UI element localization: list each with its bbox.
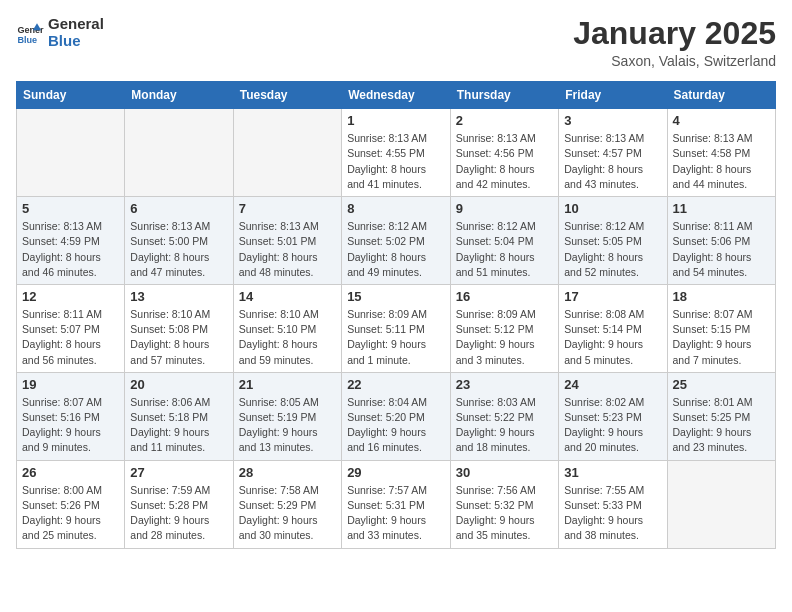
location-text: Saxon, Valais, Switzerland <box>573 53 776 69</box>
svg-text:Blue: Blue <box>17 34 37 44</box>
calendar-cell: 4Sunrise: 8:13 AM Sunset: 4:58 PM Daylig… <box>667 109 776 197</box>
calendar-cell: 15Sunrise: 8:09 AM Sunset: 5:11 PM Dayli… <box>342 284 451 372</box>
day-number: 3 <box>564 113 661 128</box>
calendar-cell: 29Sunrise: 7:57 AM Sunset: 5:31 PM Dayli… <box>342 460 451 548</box>
day-number: 14 <box>239 289 336 304</box>
day-number: 7 <box>239 201 336 216</box>
day-number: 19 <box>22 377 119 392</box>
calendar-cell <box>667 460 776 548</box>
weekday-header-friday: Friday <box>559 82 667 109</box>
day-info: Sunrise: 8:04 AM Sunset: 5:20 PM Dayligh… <box>347 395 445 456</box>
day-number: 17 <box>564 289 661 304</box>
weekday-header-tuesday: Tuesday <box>233 82 341 109</box>
day-info: Sunrise: 8:12 AM Sunset: 5:05 PM Dayligh… <box>564 219 661 280</box>
day-number: 11 <box>673 201 771 216</box>
calendar-cell: 22Sunrise: 8:04 AM Sunset: 5:20 PM Dayli… <box>342 372 451 460</box>
page-header: General Blue General Blue January 2025 S… <box>16 16 776 69</box>
day-info: Sunrise: 8:12 AM Sunset: 5:04 PM Dayligh… <box>456 219 553 280</box>
weekday-header-saturday: Saturday <box>667 82 776 109</box>
day-number: 1 <box>347 113 445 128</box>
week-row-1: 1Sunrise: 8:13 AM Sunset: 4:55 PM Daylig… <box>17 109 776 197</box>
calendar-cell: 16Sunrise: 8:09 AM Sunset: 5:12 PM Dayli… <box>450 284 558 372</box>
calendar-cell: 11Sunrise: 8:11 AM Sunset: 5:06 PM Dayli… <box>667 197 776 285</box>
calendar-cell <box>17 109 125 197</box>
calendar-cell: 21Sunrise: 8:05 AM Sunset: 5:19 PM Dayli… <box>233 372 341 460</box>
day-info: Sunrise: 8:13 AM Sunset: 4:58 PM Dayligh… <box>673 131 771 192</box>
day-number: 26 <box>22 465 119 480</box>
day-number: 4 <box>673 113 771 128</box>
day-number: 2 <box>456 113 553 128</box>
calendar-cell: 6Sunrise: 8:13 AM Sunset: 5:00 PM Daylig… <box>125 197 233 285</box>
day-info: Sunrise: 7:55 AM Sunset: 5:33 PM Dayligh… <box>564 483 661 544</box>
calendar-cell: 7Sunrise: 8:13 AM Sunset: 5:01 PM Daylig… <box>233 197 341 285</box>
calendar-cell: 27Sunrise: 7:59 AM Sunset: 5:28 PM Dayli… <box>125 460 233 548</box>
day-info: Sunrise: 8:03 AM Sunset: 5:22 PM Dayligh… <box>456 395 553 456</box>
day-info: Sunrise: 8:09 AM Sunset: 5:11 PM Dayligh… <box>347 307 445 368</box>
day-info: Sunrise: 8:11 AM Sunset: 5:06 PM Dayligh… <box>673 219 771 280</box>
calendar-cell: 19Sunrise: 8:07 AM Sunset: 5:16 PM Dayli… <box>17 372 125 460</box>
day-info: Sunrise: 7:58 AM Sunset: 5:29 PM Dayligh… <box>239 483 336 544</box>
month-title: January 2025 <box>573 16 776 51</box>
calendar-cell: 5Sunrise: 8:13 AM Sunset: 4:59 PM Daylig… <box>17 197 125 285</box>
logo-blue-text: Blue <box>48 33 104 50</box>
day-info: Sunrise: 8:13 AM Sunset: 4:56 PM Dayligh… <box>456 131 553 192</box>
calendar-cell: 8Sunrise: 8:12 AM Sunset: 5:02 PM Daylig… <box>342 197 451 285</box>
day-info: Sunrise: 8:12 AM Sunset: 5:02 PM Dayligh… <box>347 219 445 280</box>
day-info: Sunrise: 8:00 AM Sunset: 5:26 PM Dayligh… <box>22 483 119 544</box>
calendar-cell: 1Sunrise: 8:13 AM Sunset: 4:55 PM Daylig… <box>342 109 451 197</box>
day-number: 20 <box>130 377 227 392</box>
logo: General Blue General Blue <box>16 16 104 49</box>
title-block: January 2025 Saxon, Valais, Switzerland <box>573 16 776 69</box>
day-number: 22 <box>347 377 445 392</box>
day-info: Sunrise: 7:59 AM Sunset: 5:28 PM Dayligh… <box>130 483 227 544</box>
day-number: 15 <box>347 289 445 304</box>
calendar-cell: 28Sunrise: 7:58 AM Sunset: 5:29 PM Dayli… <box>233 460 341 548</box>
day-info: Sunrise: 8:13 AM Sunset: 5:00 PM Dayligh… <box>130 219 227 280</box>
day-info: Sunrise: 8:06 AM Sunset: 5:18 PM Dayligh… <box>130 395 227 456</box>
week-row-2: 5Sunrise: 8:13 AM Sunset: 4:59 PM Daylig… <box>17 197 776 285</box>
calendar-cell: 20Sunrise: 8:06 AM Sunset: 5:18 PM Dayli… <box>125 372 233 460</box>
day-info: Sunrise: 8:07 AM Sunset: 5:16 PM Dayligh… <box>22 395 119 456</box>
calendar-cell <box>233 109 341 197</box>
calendar-cell: 12Sunrise: 8:11 AM Sunset: 5:07 PM Dayli… <box>17 284 125 372</box>
calendar-cell: 9Sunrise: 8:12 AM Sunset: 5:04 PM Daylig… <box>450 197 558 285</box>
day-number: 16 <box>456 289 553 304</box>
weekday-header-thursday: Thursday <box>450 82 558 109</box>
day-info: Sunrise: 8:07 AM Sunset: 5:15 PM Dayligh… <box>673 307 771 368</box>
logo-general-text: General <box>48 16 104 33</box>
logo-icon: General Blue <box>16 19 44 47</box>
day-number: 24 <box>564 377 661 392</box>
day-number: 23 <box>456 377 553 392</box>
calendar-cell: 31Sunrise: 7:55 AM Sunset: 5:33 PM Dayli… <box>559 460 667 548</box>
calendar-cell: 30Sunrise: 7:56 AM Sunset: 5:32 PM Dayli… <box>450 460 558 548</box>
weekday-header-sunday: Sunday <box>17 82 125 109</box>
day-number: 10 <box>564 201 661 216</box>
day-info: Sunrise: 8:10 AM Sunset: 5:08 PM Dayligh… <box>130 307 227 368</box>
day-info: Sunrise: 8:11 AM Sunset: 5:07 PM Dayligh… <box>22 307 119 368</box>
day-info: Sunrise: 8:09 AM Sunset: 5:12 PM Dayligh… <box>456 307 553 368</box>
day-number: 9 <box>456 201 553 216</box>
day-number: 25 <box>673 377 771 392</box>
calendar-cell: 3Sunrise: 8:13 AM Sunset: 4:57 PM Daylig… <box>559 109 667 197</box>
day-info: Sunrise: 8:10 AM Sunset: 5:10 PM Dayligh… <box>239 307 336 368</box>
week-row-3: 12Sunrise: 8:11 AM Sunset: 5:07 PM Dayli… <box>17 284 776 372</box>
calendar-cell: 13Sunrise: 8:10 AM Sunset: 5:08 PM Dayli… <box>125 284 233 372</box>
calendar-cell: 26Sunrise: 8:00 AM Sunset: 5:26 PM Dayli… <box>17 460 125 548</box>
day-info: Sunrise: 8:13 AM Sunset: 4:55 PM Dayligh… <box>347 131 445 192</box>
calendar-cell: 25Sunrise: 8:01 AM Sunset: 5:25 PM Dayli… <box>667 372 776 460</box>
day-number: 31 <box>564 465 661 480</box>
day-number: 30 <box>456 465 553 480</box>
day-info: Sunrise: 8:13 AM Sunset: 4:57 PM Dayligh… <box>564 131 661 192</box>
day-number: 21 <box>239 377 336 392</box>
day-info: Sunrise: 7:57 AM Sunset: 5:31 PM Dayligh… <box>347 483 445 544</box>
week-row-5: 26Sunrise: 8:00 AM Sunset: 5:26 PM Dayli… <box>17 460 776 548</box>
day-info: Sunrise: 8:02 AM Sunset: 5:23 PM Dayligh… <box>564 395 661 456</box>
weekday-header-wednesday: Wednesday <box>342 82 451 109</box>
calendar-cell: 14Sunrise: 8:10 AM Sunset: 5:10 PM Dayli… <box>233 284 341 372</box>
weekday-header-monday: Monday <box>125 82 233 109</box>
day-info: Sunrise: 8:13 AM Sunset: 4:59 PM Dayligh… <box>22 219 119 280</box>
calendar-cell: 10Sunrise: 8:12 AM Sunset: 5:05 PM Dayli… <box>559 197 667 285</box>
day-number: 8 <box>347 201 445 216</box>
calendar-cell <box>125 109 233 197</box>
day-number: 5 <box>22 201 119 216</box>
